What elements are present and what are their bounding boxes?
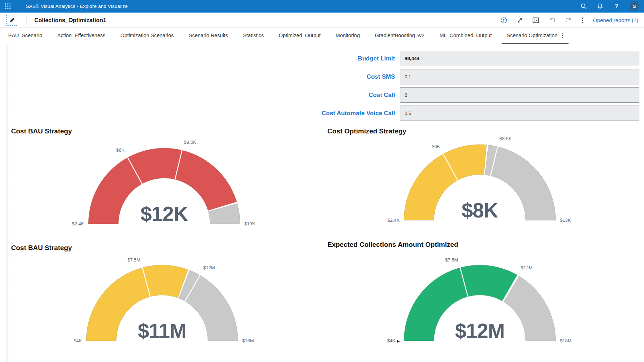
report-canvas: Budget Limit$9,444Cost SMS0,1Cost Call2C…: [0, 44, 644, 362]
gauge-tick-label: $7.5M: [445, 257, 458, 263]
canvas-left-edge: [6, 44, 9, 362]
tab-ml-combined-output[interactable]: ML_Combined_Output: [434, 28, 497, 44]
gauge-value: $11M: [138, 319, 186, 342]
pencil-icon: [9, 18, 15, 23]
cost-sms-label: Cost SMS: [367, 73, 395, 80]
parameter-controls: Budget Limit$9,444Cost SMS0,1Cost Call2C…: [322, 51, 639, 124]
cost-automate-voice-call-input[interactable]: 0,5: [400, 106, 639, 121]
report-toolbar: Collections_Optimization1: [0, 13, 644, 28]
toolbar-separator: [26, 16, 26, 25]
gauge-tick-label: $7.5M: [127, 257, 140, 263]
app-bar: SAS® Visual Analytics - Explore and Visu…: [0, 0, 644, 13]
gauge-value: $8K: [462, 199, 498, 222]
cost-automate-voice-call-row: Cost Automate Voice Call0,5: [322, 106, 639, 121]
user-avatar[interactable]: S: [630, 1, 639, 11]
tab-label: BAU_Scenario: [8, 33, 42, 38]
tab-statistics[interactable]: Statistics: [238, 28, 269, 44]
gauge-tick-label: $12M: [521, 265, 533, 270]
gauge-max-label: $13K: [244, 221, 255, 226]
tab-optimization-scenarios[interactable]: Optimization Scenarios: [115, 28, 179, 44]
svg-text:?: ?: [615, 3, 619, 9]
tab-label: Optimized_Output: [279, 33, 321, 38]
tab-monitoring[interactable]: Monitoring: [331, 28, 365, 44]
cost-sms-row: Cost SMS0,1: [322, 69, 639, 84]
gauge-title-expected-collections-amount-optimized: Expected Collections Amount Optimized: [327, 241, 458, 249]
app-title: SAS® Visual Analytics - Explore and Visu…: [26, 4, 128, 9]
gauge-tick-label: $8.5K: [499, 136, 512, 141]
gauge-tick-label: $6K: [432, 144, 440, 149]
tab-scenario-optimization[interactable]: Scenario Optimization: [502, 28, 569, 44]
tab-label: Optimization Scenarios: [120, 33, 174, 38]
undo-icon[interactable]: [548, 17, 556, 24]
tab-label: Monitoring: [336, 33, 360, 38]
report-tab-bar: BAU_ScenarioAction_EffectivenessOptimiza…: [0, 28, 644, 44]
help-icon[interactable]: ?: [613, 3, 620, 10]
budget-limit-label: Budget Limit: [358, 55, 395, 62]
gauge-chart-cost-bau-strategy-2[interactable]: $7.5M$12M$4K$18M$11M: [62, 249, 262, 347]
gauge-min-label: $4K: [74, 338, 82, 343]
tab-action-effectiveness[interactable]: Action_Effectiveness: [52, 28, 110, 44]
redo-icon[interactable]: [565, 17, 572, 24]
gauge-chart-cost-optimized-strategy-1[interactable]: $6K$8.5K$2.4K$13K$8K: [380, 128, 580, 226]
budget-limit-row: Budget Limit$9,444: [322, 51, 639, 66]
apps-grid-icon[interactable]: [0, 3, 16, 9]
tab-label: Scenario Results: [189, 33, 228, 38]
gauge-max-label: $13K: [560, 217, 571, 223]
panel-right-icon[interactable]: [532, 17, 539, 23]
gauge-max-label: $18M: [560, 338, 572, 343]
gauge-chart-cost-bau-strategy-0[interactable]: $6K$8.5K$2.4K$13K$12K: [64, 132, 264, 230]
gauge-max-label: $18M: [242, 338, 254, 343]
cost-automate-voice-call-label: Cost Automate Voice Call: [322, 110, 395, 117]
tab-scenario-results[interactable]: Scenario Results: [184, 28, 233, 44]
gauge-min-label: $4K▶: [387, 338, 400, 343]
gauge-min-marker-icon: ▶: [397, 339, 400, 343]
gauge-min-label: $2.4K: [72, 221, 84, 226]
gauge-value: $12M: [455, 319, 505, 342]
report-title: Collections_Optimization1: [34, 17, 106, 24]
status-circle-icon[interactable]: [500, 17, 507, 24]
edit-pencil-button[interactable]: [6, 15, 17, 26]
cost-call-label: Cost Call: [369, 92, 395, 99]
tab-label: Scenario Optimization: [507, 33, 557, 38]
more-options-icon[interactable]: [581, 17, 584, 24]
gauge-rest-segment: [179, 270, 238, 341]
gauge-title-cost-bau-strategy: Cost BAU Strategy: [11, 127, 72, 135]
opened-reports-link[interactable]: Opened reports (1): [593, 17, 638, 23]
tab-gradientboosting-w2[interactable]: GradientBoosting_w2: [370, 28, 430, 44]
gauge-tick-label: $12M: [203, 265, 215, 270]
tab-menu-icon[interactable]: [562, 33, 564, 38]
budget-limit-input[interactable]: $9,444: [400, 51, 639, 66]
tab-label: Statistics: [243, 33, 264, 38]
tab-bau-scenario[interactable]: BAU_Scenario: [3, 28, 47, 44]
tab-label: GradientBoosting_w2: [375, 33, 425, 38]
cost-sms-input[interactable]: 0,1: [400, 69, 639, 84]
notifications-icon[interactable]: [597, 3, 604, 10]
search-icon[interactable]: [580, 3, 587, 10]
gauge-min-label: $2.4K: [387, 217, 400, 223]
cost-call-input[interactable]: 2: [400, 87, 639, 103]
tab-label: Action_Effectiveness: [57, 33, 105, 38]
gauge-tick-label: $6K: [116, 147, 125, 153]
gauge-value: $12K: [141, 202, 188, 225]
gauge-tick-label: $8.5K: [184, 140, 196, 145]
cost-call-row: Cost Call2: [322, 87, 639, 103]
tab-label: ML_Combined_Output: [439, 33, 492, 38]
gauge-chart-expected-collections-amount-optimized-3[interactable]: $7.5M$12M$4K▶$18M$12M: [380, 249, 580, 347]
tab-optimized-output[interactable]: Optimized_Output: [274, 28, 326, 44]
expand-icon[interactable]: [517, 17, 523, 24]
